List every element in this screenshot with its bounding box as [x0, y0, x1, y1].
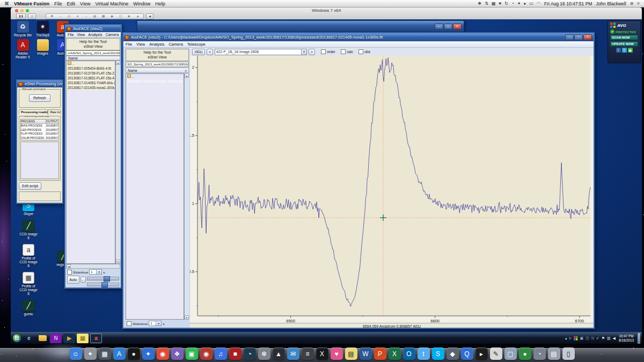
option-checkbox[interactable] [358, 49, 363, 54]
vm-toolbar-collapse-button[interactable]: ◀ [146, 13, 153, 19]
dock-app-icon[interactable]: ≡ [302, 348, 314, 360]
dock-app-icon[interactable]: ▲ [273, 348, 285, 360]
menu-item[interactable]: File [68, 33, 74, 36]
visu2-path-field[interactable]: x/AAVSO_Spring_2013_work/20130817/13 [66, 50, 120, 56]
vm-device-icon[interactable]: ● [74, 14, 82, 19]
social-icon[interactable]: f [616, 48, 621, 53]
file-row[interactable]: 20130817-005404-BIAS-4.fit [67, 66, 115, 71]
visu3-titlebar[interactable]: Aud'ACE (visu3) - C:/Users/jblackwell/Dr… [123, 33, 594, 41]
refresh-button[interactable]: Refresh [29, 94, 50, 102]
dock-app-icon[interactable]: W [360, 348, 372, 360]
tray-icon[interactable]: N [591, 336, 594, 341]
menubar-status-icon[interactable]: ↻ [504, 1, 508, 6]
menubar-status-icon[interactable]: ♥ [499, 1, 502, 6]
dock-app-icon[interactable]: ▤ [548, 348, 560, 360]
hdu-prev-button[interactable]: < [207, 49, 213, 55]
menubar-menu-item[interactable]: View [80, 1, 90, 6]
vm-snapshot-button[interactable]: ◫ [28, 13, 36, 19]
dock-app-icon[interactable]: A [113, 348, 126, 360]
menubar-menu-item[interactable]: Virtual Machine [95, 1, 128, 6]
tray-icon[interactable]: ▴ [565, 336, 567, 341]
file-row[interactable]: 20130817-021405-nova1-300s-1.fit [67, 85, 115, 90]
dock-app-icon[interactable]: ♫ [215, 348, 227, 360]
slideshow-checkbox[interactable] [67, 270, 72, 275]
desktop-icon[interactable]: ╱ gumic [19, 300, 39, 316]
dock-app-icon[interactable]: ◔ [533, 348, 546, 360]
vm-device-icon[interactable]: ◎ [65, 14, 73, 19]
taskbar-app-button[interactable]: ▤ [77, 334, 89, 343]
vm-pause-button[interactable]: ❚❚ [16, 13, 26, 19]
dock-app-icon[interactable]: ▯ [562, 348, 575, 360]
menubar-status-icon[interactable]: ◔ [511, 1, 514, 6]
dock-app-icon[interactable]: ♥ [331, 348, 343, 360]
option-checkbox[interactable] [321, 49, 326, 54]
dock-app-icon[interactable]: ▸ [475, 348, 488, 360]
menu-item[interactable]: Analysis [149, 42, 164, 47]
notification-center-icon[interactable]: ≡ [637, 1, 640, 6]
slideshow-interval-select[interactable]: 1▼ [89, 269, 102, 275]
window-control-button[interactable]: ✕ [583, 34, 592, 40]
tray-icon[interactable]: ◀ [613, 336, 616, 341]
visu3-path-field[interactable]: SO_Spring_2013_work/20130817/130816/proc… [126, 62, 189, 67]
tray-icon[interactable]: ✔ [596, 336, 599, 341]
menubar-status-icon[interactable]: ✦ [517, 1, 521, 6]
dock-app-icon[interactable]: Q [461, 348, 473, 360]
scan-now-button[interactable]: SCAN NOW [610, 35, 638, 40]
menubar-menu-item[interactable]: Window [133, 1, 150, 6]
desktop-icon[interactable]: ♻ Recycle Bin [13, 21, 33, 37]
desktop-icon[interactable]: images [33, 39, 53, 59]
dock-app-icon[interactable]: ◉ [200, 348, 213, 360]
tray-icon[interactable] [574, 336, 578, 341]
file-row[interactable]: 20130817-021405-nova1-1x300s.fit [126, 79, 184, 84]
hdu-select[interactable]: #22 P_1B_34 Image 2808 ▼ [215, 49, 307, 55]
taskbar-clock[interactable]: 10:47 PM 8/16/2013 [617, 334, 635, 342]
window-control-button[interactable]: □ [574, 34, 583, 40]
visu2-name-header[interactable]: Name [66, 56, 120, 61]
process-row[interactable]: BIAS-PROCESS 20130817 [21, 124, 58, 128]
visu3-scrollbar[interactable]: ▲▼ [184, 73, 189, 320]
menu-item[interactable]: Analysis [88, 33, 102, 36]
start-button[interactable] [12, 334, 21, 343]
visu2-titlebar[interactable]: Aud'ACE (visu2) [65, 25, 121, 32]
desktop-icon[interactable]: ✶ TheSky6 [33, 21, 53, 37]
social-icon[interactable]: t [622, 48, 627, 53]
tray-icon[interactable]: ▣ [580, 336, 584, 341]
menu-item[interactable]: View [77, 33, 85, 36]
dock-app-icon[interactable]: ✦ [84, 348, 97, 360]
menu-item[interactable]: Camera [169, 42, 183, 47]
vm-device-icon[interactable]: ↔ [56, 14, 64, 19]
menubar-app-name[interactable]: VMware Fusion [14, 1, 49, 6]
process-row[interactable]: CALIB-PROCESS 20130817 [21, 136, 58, 141]
tab-processing-roadmap[interactable]: Processing roadmap [19, 109, 48, 114]
vm-device-icon[interactable]: ◆ [108, 14, 116, 19]
spectrum-plot[interactable]: 0.511.52650066006700 [190, 56, 592, 323]
vm-device-icon[interactable]: ◫ [116, 14, 125, 19]
file-row[interactable]: 20130817-013739-FLAT-15s-2.fit [67, 71, 115, 76]
vm-device-icon[interactable]: ♪ [82, 14, 90, 19]
dock-app-icon[interactable]: ▤ [345, 348, 357, 360]
vm-device-icon[interactable]: ✚ [48, 14, 56, 19]
taskbar-app-button[interactable] [36, 334, 48, 343]
dock-app-icon[interactable]: ◆ [447, 348, 459, 360]
dock-app-icon[interactable]: X [316, 348, 328, 360]
window-control-button[interactable]: ✕ [453, 24, 462, 29]
process-row[interactable]: LED-PROCESS 20130817 [21, 128, 58, 132]
dock-app-icon[interactable]: ☺ [70, 348, 82, 360]
spotlight-icon[interactable]: ⊛ [630, 1, 634, 6]
update-now-button[interactable]: UPDATE NOW [610, 41, 638, 47]
apple-menu-icon[interactable]: ⌘ [4, 1, 9, 6]
menubar-status-icon[interactable]: ❖ [478, 1, 481, 6]
menubar-user[interactable]: John Blackwell [596, 1, 626, 6]
auto-button[interactable]: Auto [67, 276, 79, 284]
dock-app-icon[interactable]: X [389, 348, 401, 360]
tray-icon[interactable]: ⚑ [602, 336, 605, 341]
visu2-hscrollbar[interactable]: ◀ [66, 264, 120, 269]
menubar-status-icon[interactable]: ▦ [492, 1, 496, 6]
menu-item[interactable]: Telescope [187, 42, 206, 47]
dock-app-icon[interactable]: ✉ [287, 348, 299, 360]
desktop-icon[interactable]: ▦ Profile of CCD Image 8 [19, 272, 39, 295]
menu-item[interactable]: View [136, 42, 145, 47]
desktop-icon[interactable]: ╱ CCD Image 8 [19, 220, 39, 240]
file-row[interactable]: 20130817-014053-THAR-60s-1.fit [67, 80, 115, 85]
vm-device-icon[interactable]: ▤ [91, 14, 99, 19]
